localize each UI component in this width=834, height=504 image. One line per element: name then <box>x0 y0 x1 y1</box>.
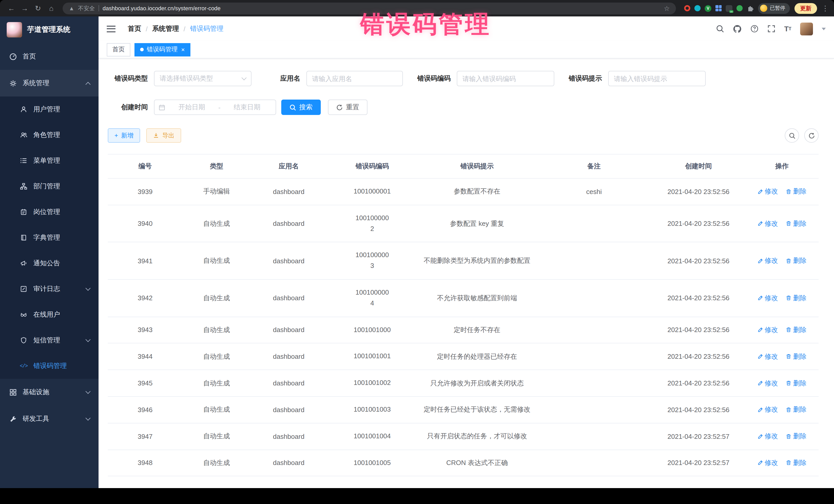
cell-actions: 修改 删除 <box>745 423 819 450</box>
reset-button[interactable]: 重置 <box>328 100 368 115</box>
edit-link[interactable]: 修改 <box>758 219 778 228</box>
org-tree-icon <box>20 183 28 190</box>
col-app: 应用名 <box>251 154 327 178</box>
tab-home[interactable]: 首页 <box>107 43 130 56</box>
cell-app: dashboard <box>251 396 327 423</box>
dark-extension-icon[interactable]: on <box>726 5 732 12</box>
back-icon[interactable]: ← <box>5 2 18 14</box>
user-avatar[interactable] <box>800 22 813 35</box>
user-icon <box>20 106 28 113</box>
reload-icon[interactable]: ↻ <box>32 2 44 14</box>
delete-link[interactable]: 删除 <box>786 187 807 196</box>
sidebar-item-system[interactable]: 系统管理 <box>0 70 98 96</box>
cell-actions: 修改 删除 <box>745 450 819 476</box>
sidebar-item-dictionary[interactable]: 字典管理 <box>0 225 98 250</box>
sidebar-item-posts[interactable]: 岗位管理 <box>0 199 98 225</box>
leaf-extension-icon[interactable] <box>737 5 743 11</box>
edit-link[interactable]: 修改 <box>758 352 778 361</box>
cell-code: 1001001005 <box>327 450 418 476</box>
screen: 错误码管理 ← → ↻ ⌂ ▲ 不安全 dashboard.yudao.ioco… <box>0 0 834 504</box>
export-button[interactable]: 导出 <box>146 128 181 143</box>
help-icon[interactable] <box>750 25 759 33</box>
sidebar-item-notices[interactable]: 通知公告 <box>0 250 98 276</box>
puzzle-extensions-icon[interactable] <box>747 5 754 12</box>
download-icon <box>153 132 159 138</box>
edit-link[interactable]: 修改 <box>758 458 778 467</box>
github-icon[interactable] <box>733 24 742 33</box>
calendar-icon <box>159 104 165 111</box>
sidebar-item-sms[interactable]: 短信管理 <box>0 327 98 353</box>
delete-link[interactable]: 删除 <box>786 432 807 441</box>
delete-link[interactable]: 删除 <box>786 405 807 414</box>
delete-link[interactable]: 删除 <box>786 352 807 361</box>
date-range-picker[interactable]: 开始日期 - 结束日期 <box>154 100 276 115</box>
delete-link[interactable]: 删除 <box>786 293 807 303</box>
glasses-icon <box>20 311 28 318</box>
close-icon[interactable]: × <box>181 46 185 53</box>
toggle-search-icon[interactable] <box>785 128 799 143</box>
edit-link[interactable]: 修改 <box>758 325 778 335</box>
breadcrumb-system[interactable]: 系统管理 <box>152 24 179 34</box>
sidebar-item-infrastructure[interactable]: 基础设施 <box>0 379 98 406</box>
sidebar-item-menus[interactable]: 菜单管理 <box>0 148 98 174</box>
search-button[interactable]: 搜索 <box>281 100 321 115</box>
sidebar-item-roles[interactable]: 角色管理 <box>0 122 98 148</box>
sidebar-item-dev-tools[interactable]: 研发工具 <box>0 406 98 432</box>
delete-link[interactable]: 删除 <box>786 219 807 228</box>
error-hint-input[interactable] <box>608 71 706 86</box>
delete-link[interactable]: 删除 <box>786 256 807 265</box>
cell-type: 自动生成 <box>182 205 251 242</box>
delete-link[interactable]: 删除 <box>786 378 807 388</box>
bookmark-star-icon[interactable]: ☆ <box>664 4 670 12</box>
cell-type: 自动生成 <box>182 317 251 343</box>
cell-type: 自动生成 <box>182 343 251 370</box>
hamburger-icon[interactable] <box>107 25 115 32</box>
cell-code: 1001001003 <box>327 396 418 423</box>
sidebar-item-audit-logs[interactable]: 审计日志 <box>0 276 98 302</box>
edit-link[interactable]: 修改 <box>758 378 778 388</box>
pencil-icon <box>758 434 763 439</box>
refresh-table-icon[interactable] <box>804 128 819 143</box>
browser-menu-icon[interactable]: ⋮ <box>822 4 829 12</box>
profile-paused-badge[interactable]: 已暂停 <box>758 3 790 14</box>
app-logo-row[interactable]: 芋道管理系统 <box>0 17 98 43</box>
cell-id: 3943 <box>108 317 182 343</box>
app-name-input[interactable] <box>306 71 403 86</box>
green-extension-icon[interactable]: V <box>705 5 711 12</box>
edit-link[interactable]: 修改 <box>758 432 778 441</box>
filter-row-2: 创建时间 开始日期 - 结束日期 搜索 重置 <box>108 100 819 115</box>
cell-type: 自动生成 <box>182 396 251 423</box>
teal-extension-icon[interactable] <box>695 5 701 11</box>
shield-icon <box>20 337 28 344</box>
sidebar-item-home[interactable]: 首页 <box>0 43 98 70</box>
sidebar-item-departments[interactable]: 部门管理 <box>0 174 98 199</box>
font-size-icon[interactable]: TT <box>784 25 791 33</box>
forward-icon[interactable]: → <box>19 2 31 14</box>
col-remark: 备注 <box>536 154 652 178</box>
delete-link[interactable]: 删除 <box>786 458 807 467</box>
home-icon[interactable]: ⌂ <box>45 2 58 14</box>
fullscreen-icon[interactable] <box>767 25 775 33</box>
breadcrumb-home[interactable]: 首页 <box>128 24 141 34</box>
error-code-input[interactable] <box>457 71 554 86</box>
browser-update-button[interactable]: 更新 <box>794 3 817 14</box>
cell-type: 自动生成 <box>182 423 251 450</box>
cell-created: 2021-04-20 23:52:57 <box>652 450 745 476</box>
avatar-caret-icon[interactable] <box>822 27 826 30</box>
tab-error-codes[interactable]: 错误码管理 × <box>134 43 191 56</box>
edit-link[interactable]: 修改 <box>758 187 778 196</box>
sidebar-item-users[interactable]: 用户管理 <box>0 96 98 122</box>
record-extension-icon[interactable] <box>684 5 690 11</box>
sidebar-item-online-users[interactable]: 在线用户 <box>0 302 98 327</box>
edit-link[interactable]: 修改 <box>758 256 778 265</box>
delete-link[interactable]: 删除 <box>786 325 807 335</box>
error-type-select[interactable]: 请选择错误码类型 <box>154 71 251 86</box>
search-icon[interactable] <box>716 25 724 33</box>
add-button[interactable]: + 新增 <box>108 128 140 143</box>
address-bar[interactable]: ▲ 不安全 dashboard.yudao.iocoder.cn/system/… <box>63 2 676 14</box>
grid-extension-icon[interactable] <box>716 5 722 11</box>
edit-link[interactable]: 修改 <box>758 405 778 414</box>
edit-link[interactable]: 修改 <box>758 293 778 303</box>
cell-actions: 修改 删除 <box>745 370 819 396</box>
sidebar-item-error-codes[interactable]: </> 错误码管理 <box>0 353 98 379</box>
